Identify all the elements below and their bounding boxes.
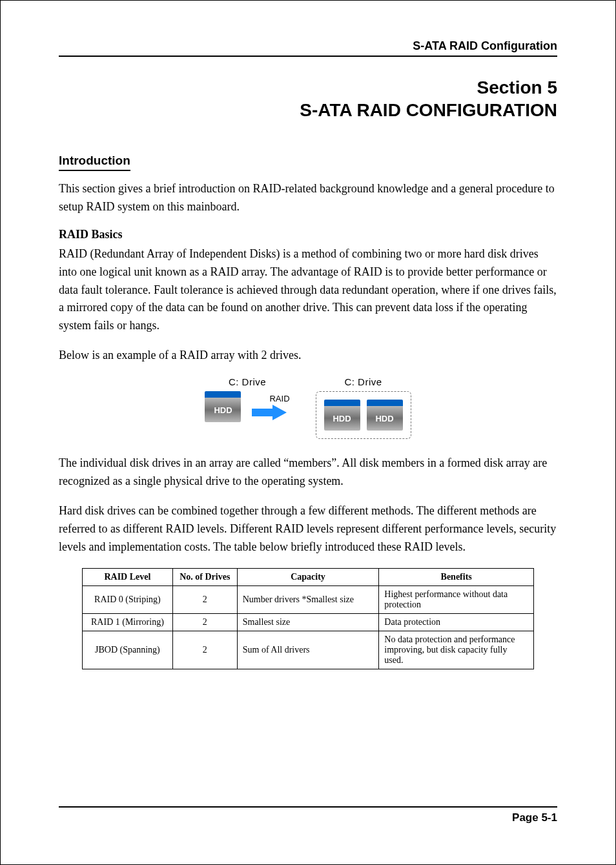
intro-paragraph: This section gives a brief introduction …	[59, 180, 557, 216]
hdd-block-icon: HDD	[324, 400, 360, 431]
running-header: S-ATA RAID Configuration	[59, 39, 557, 57]
cell-drives: 2	[172, 585, 237, 613]
table-row: JBOD (Spanning) 2 Sum of All drivers No …	[83, 631, 534, 669]
cell-level: RAID 1 (Mirroring)	[83, 613, 173, 631]
cell-benefits: Data protection	[379, 613, 534, 631]
figure-right-label: C: Drive	[344, 376, 382, 387]
heading-introduction: Introduction	[59, 154, 130, 171]
cell-capacity: Number drivers *Smallest size	[237, 585, 379, 613]
figure-left-label: C: Drive	[229, 376, 266, 387]
page-number: Page 5-1	[512, 811, 557, 824]
th-no-of-drives: No. of Drives	[172, 568, 237, 585]
raid-array-group: HDD HDD	[316, 391, 411, 439]
after-paragraph-1: The individual disk drives in an array a…	[59, 454, 557, 491]
cell-capacity: Sum of All drivers	[237, 631, 379, 669]
page-footer: Page 5-1	[59, 806, 557, 824]
table-row: RAID 0 (Striping) 2 Number drivers *Smal…	[83, 585, 534, 613]
heading-raid-basics: RAID Basics	[59, 228, 557, 241]
basics-paragraph-2: Below is an example of a RAID array with…	[59, 347, 557, 365]
raid-figure: C: Drive HDD RAID C: Drive HDD HDD	[59, 376, 557, 439]
section-title-line1: Section 5	[59, 76, 557, 99]
table-header-row: RAID Level No. of Drives Capacity Benefi…	[83, 568, 534, 585]
figure-right: C: Drive HDD HDD	[316, 376, 411, 439]
cell-drives: 2	[172, 631, 237, 669]
after-paragraph-2: Hard disk drives can be combined togethe…	[59, 502, 557, 556]
figure-left: C: Drive HDD RAID	[205, 376, 289, 422]
hdd-block-icon: HDD	[367, 400, 403, 431]
section-title: Section 5 S-ATA RAID CONFIGURATION	[59, 76, 557, 121]
th-raid-level: RAID Level	[83, 568, 173, 585]
cell-drives: 2	[172, 613, 237, 631]
raid-levels-table: RAID Level No. of Drives Capacity Benefi…	[82, 568, 534, 669]
basics-paragraph-1: RAID (Redundant Array of Independent Dis…	[59, 245, 557, 335]
cell-level: JBOD (Spanning)	[83, 631, 173, 669]
cell-benefits: No data protection and performance impro…	[379, 631, 534, 669]
raid-arrow-label: RAID	[269, 394, 289, 403]
cell-benefits: Highest performance without data protect…	[379, 585, 534, 613]
section-title-line2: S-ATA RAID CONFIGURATION	[59, 99, 557, 121]
cell-capacity: Smallest size	[237, 613, 379, 631]
cell-level: RAID 0 (Striping)	[83, 585, 173, 613]
th-capacity: Capacity	[237, 568, 379, 585]
arrow-right-icon	[272, 405, 287, 420]
hdd-block-icon: HDD	[205, 391, 241, 422]
th-benefits: Benefits	[379, 568, 534, 585]
table-row: RAID 1 (Mirroring) 2 Smallest size Data …	[83, 613, 534, 631]
